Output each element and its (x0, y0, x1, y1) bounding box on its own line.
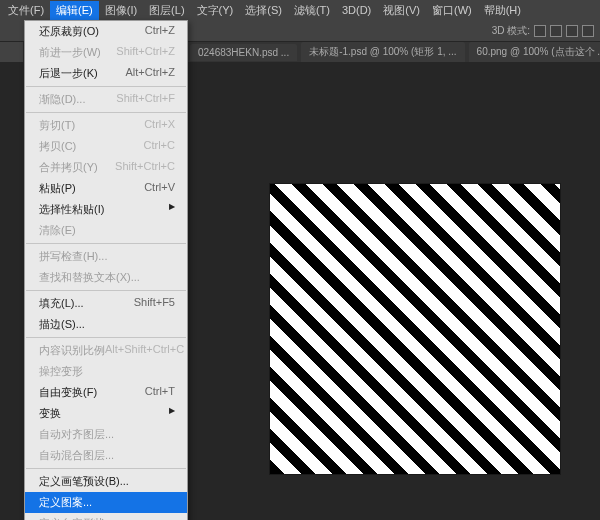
menu-item-shortcut: Ctrl+V (144, 181, 175, 196)
menu-y[interactable]: 文字(Y) (191, 1, 240, 20)
menu-item-label: 内容识别比例 (39, 343, 105, 358)
menu-item: 清除(E) (25, 220, 187, 241)
menu-item-label: 选择性粘贴(I) (39, 202, 104, 217)
menu-item[interactable]: 粘贴(P)Ctrl+V (25, 178, 187, 199)
menu-separator (26, 112, 186, 113)
menu-f[interactable]: 文件(F) (2, 1, 50, 20)
menu-item[interactable]: 后退一步(K)Alt+Ctrl+Z (25, 63, 187, 84)
document-tab[interactable]: 未标题-1.psd @ 100% (矩形 1, ... (301, 42, 464, 62)
menu-item[interactable]: 定义画笔预设(B)... (25, 471, 187, 492)
menu-item-shortcut: Alt+Ctrl+Z (125, 66, 175, 81)
menu-item-label: 前进一步(W) (39, 45, 101, 60)
menu-item-label: 自动对齐图层... (39, 427, 114, 442)
menu-item-label: 定义画笔预设(B)... (39, 474, 129, 489)
document-tab[interactable]: 024683HEKN.psd ... (190, 44, 297, 61)
mode-icon-3[interactable] (566, 25, 578, 37)
menu-item-label: 操控变形 (39, 364, 83, 379)
menu-separator (26, 337, 186, 338)
menu-item: 拷贝(C)Ctrl+C (25, 136, 187, 157)
menu-item: 拼写检查(H)... (25, 246, 187, 267)
menu-item-label: 粘贴(P) (39, 181, 76, 196)
menu-item-label: 还原裁剪(O) (39, 24, 99, 39)
menu-item-label: 清除(E) (39, 223, 76, 238)
menu-item: 渐隐(D)...Shift+Ctrl+F (25, 89, 187, 110)
menu-item[interactable]: 还原裁剪(O)Ctrl+Z (25, 21, 187, 42)
document-tab[interactable]: 60.png @ 100% (点击这个 ... (469, 42, 600, 62)
menu-item-label: 定义图案... (39, 495, 92, 510)
menu-s[interactable]: 选择(S) (239, 1, 288, 20)
menu-separator (26, 86, 186, 87)
menu-item: 自动对齐图层... (25, 424, 187, 445)
menu-h[interactable]: 帮助(H) (478, 1, 527, 20)
menu-item[interactable]: 描边(S)... (25, 314, 187, 335)
menu-l[interactable]: 图层(L) (143, 1, 190, 20)
chevron-right-icon: ▶ (169, 406, 175, 421)
menu-item: 剪切(T)Ctrl+X (25, 115, 187, 136)
menu-item-shortcut: Ctrl+X (144, 118, 175, 133)
menu-e[interactable]: 编辑(E) (50, 1, 99, 20)
menu-item-shortcut: Ctrl+T (145, 385, 175, 400)
menu-item-label: 拼写检查(H)... (39, 249, 107, 264)
menu-item-shortcut: Ctrl+C (144, 139, 175, 154)
menu-separator (26, 290, 186, 291)
menu-item-shortcut: Shift+Ctrl+C (115, 160, 175, 175)
menu-item: 查找和替换文本(X)... (25, 267, 187, 288)
menu-item: 内容识别比例Alt+Shift+Ctrl+C (25, 340, 187, 361)
chevron-right-icon: ▶ (169, 202, 175, 217)
menu-item: 前进一步(W)Shift+Ctrl+Z (25, 42, 187, 63)
mode-icon-1[interactable] (534, 25, 546, 37)
mode-icon-2[interactable] (550, 25, 562, 37)
menu-item-label: 自动混合图层... (39, 448, 114, 463)
menu-separator (26, 468, 186, 469)
menu-separator (26, 243, 186, 244)
menu-item[interactable]: 定义图案... (25, 492, 187, 513)
menu-item-label: 定义自定形状... (39, 516, 114, 520)
menu-item: 操控变形 (25, 361, 187, 382)
menu-item-label: 查找和替换文本(X)... (39, 270, 140, 285)
menu-item-shortcut: Shift+Ctrl+F (116, 92, 175, 107)
menu-w[interactable]: 窗口(W) (426, 1, 478, 20)
mode-label: 3D 模式: (492, 24, 530, 38)
menu-item[interactable]: 填充(L)...Shift+F5 (25, 293, 187, 314)
mode-icon-4[interactable] (582, 25, 594, 37)
menu-item-label: 填充(L)... (39, 296, 84, 311)
menu-item: 自动混合图层... (25, 445, 187, 466)
menu-item-label: 剪切(T) (39, 118, 75, 133)
menu-item[interactable]: 变换▶ (25, 403, 187, 424)
menu-item: 定义自定形状... (25, 513, 187, 520)
menu-item-label: 变换 (39, 406, 61, 421)
menu-i[interactable]: 图像(I) (99, 1, 143, 20)
menu-item-shortcut: Shift+F5 (134, 296, 175, 311)
menu-item-shortcut: Alt+Shift+Ctrl+C (105, 343, 184, 358)
menu-t[interactable]: 滤镜(T) (288, 1, 336, 20)
menu-item-label: 渐隐(D)... (39, 92, 85, 107)
menu-item-label: 描边(S)... (39, 317, 85, 332)
menu-dd[interactable]: 3D(D) (336, 2, 377, 18)
menubar: 文件(F)编辑(E)图像(I)图层(L)文字(Y)选择(S)滤镜(T)3D(D)… (0, 0, 600, 20)
document-canvas[interactable] (270, 184, 560, 474)
menu-v[interactable]: 视图(V) (377, 1, 426, 20)
menu-item-label: 后退一步(K) (39, 66, 98, 81)
edit-menu-dropdown: 还原裁剪(O)Ctrl+Z前进一步(W)Shift+Ctrl+Z后退一步(K)A… (24, 20, 188, 520)
menu-item: 合并拷贝(Y)Shift+Ctrl+C (25, 157, 187, 178)
mode-box: 3D 模式: (492, 24, 594, 38)
menu-item-shortcut: Ctrl+Z (145, 24, 175, 39)
menu-item[interactable]: 自由变换(F)Ctrl+T (25, 382, 187, 403)
menu-item-label: 自由变换(F) (39, 385, 97, 400)
menu-item-label: 拷贝(C) (39, 139, 76, 154)
menu-item-shortcut: Shift+Ctrl+Z (116, 45, 175, 60)
menu-item[interactable]: 选择性粘贴(I)▶ (25, 199, 187, 220)
menu-item-label: 合并拷贝(Y) (39, 160, 98, 175)
